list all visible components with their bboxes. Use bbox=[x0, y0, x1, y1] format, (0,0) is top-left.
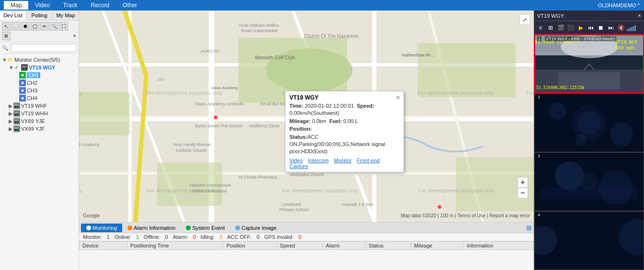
tree-ch2[interactable]: ■ CH2 bbox=[18, 79, 78, 87]
map-fullscreen-btn[interactable]: ⤢ bbox=[519, 14, 530, 25]
popup-links: Video Intercom Monitor Front-end Capture bbox=[289, 158, 400, 169]
tab-track[interactable]: Track bbox=[57, 1, 84, 10]
tool-fence[interactable]: ⬜ bbox=[12, 22, 20, 31]
gpsinvalid-val: 0 bbox=[299, 234, 301, 240]
col-position: Position bbox=[223, 242, 277, 250]
rp-icon-play[interactable]: ▶ bbox=[576, 23, 585, 32]
tab-capture-image[interactable]: Capture Image bbox=[230, 224, 282, 232]
rp-icon-mute[interactable]: 🔇 bbox=[617, 23, 625, 32]
idling-val: 0 bbox=[219, 234, 222, 240]
popup-status: Status:ACC ON,Parking(00:00:09),3G,Netwo… bbox=[289, 134, 400, 156]
col-speed: Speed bbox=[277, 242, 323, 250]
tree-vx69yjf[interactable]: ▶ 📷 VX69 YJF bbox=[7, 125, 78, 133]
svg-point-55 bbox=[437, 205, 442, 209]
tool-polygon[interactable]: ⬟ bbox=[21, 22, 30, 31]
svg-rect-83 bbox=[540, 188, 638, 199]
svg-text:Primary School: Primary School bbox=[279, 207, 309, 212]
tree-ch4[interactable]: ■ CH4 bbox=[18, 94, 78, 102]
tree-vx69yje[interactable]: ▶ 📷 VX69 YJE bbox=[7, 117, 78, 125]
video-cell-4[interactable]: 4 bbox=[534, 211, 644, 270]
popup-time: Time: 2020-01-02 12:00:01 Speed: 0.00km/… bbox=[289, 102, 400, 117]
tool-circle[interactable]: ◯ bbox=[31, 22, 39, 31]
video-cell-3[interactable]: 3 bbox=[534, 152, 644, 211]
col-status: Status bbox=[366, 242, 411, 250]
device-icon-vt19wgy: 📷 bbox=[21, 64, 28, 71]
zoom-out-btn[interactable]: − bbox=[518, 188, 528, 198]
tool-zoom[interactable]: 🔍 bbox=[50, 22, 58, 31]
tab-record[interactable]: Record bbox=[84, 1, 116, 10]
capture-icon bbox=[235, 225, 240, 230]
sidebar-tab-devlist[interactable]: Dev List bbox=[0, 11, 26, 20]
popup-position: Position: bbox=[289, 125, 400, 133]
left-sidebar: Dev List Polling My Map ↖ ⬜ ⬟ ◯ ✏ 🔍 ⛶ ⊞ … bbox=[0, 11, 79, 270]
svg-text:For development purposes only: For development purposes only bbox=[146, 188, 222, 193]
svg-text:Holy Family Roman: Holy Family Roman bbox=[173, 142, 211, 147]
tree-vt19wgy[interactable]: ▼ ✔ 📷 VT19 WGY bbox=[7, 64, 78, 71]
svg-text:Werneth Golf Club: Werneth Golf Club bbox=[255, 55, 295, 60]
map-area[interactable]: Werneth Golf Club Hathershaw Mi... Churc… bbox=[79, 11, 534, 222]
rp-icon-screen[interactable]: ⬛ bbox=[566, 23, 575, 32]
ch2-label: CH2 bbox=[27, 80, 37, 86]
monitoring-icon bbox=[86, 225, 91, 230]
svg-text:Oasis Academy Limeside: Oasis Academy Limeside bbox=[195, 101, 244, 106]
right-panel-title: VT19 WGY: bbox=[537, 13, 565, 19]
monitor-val: 1 bbox=[107, 234, 110, 240]
popup-link-monitor[interactable]: Monitor bbox=[334, 158, 352, 163]
svg-text:St Chads Pharmacy: St Chads Pharmacy bbox=[239, 175, 277, 180]
search-input[interactable] bbox=[11, 44, 77, 52]
sidebar-tab-polling[interactable]: Polling bbox=[26, 11, 53, 20]
tree-vt19whf[interactable]: ▶ 📷 VT19 WHF bbox=[7, 102, 78, 110]
idling-label: Idling: bbox=[201, 234, 215, 240]
right-panel: VT19 WGY: × ≡ ⊞ 🎬 ⬛ ▶ ⏮ ⏹ ⏭ 🔇 bbox=[534, 11, 644, 270]
video4-number: 4 bbox=[537, 213, 541, 217]
popup-close-btn[interactable]: × bbox=[396, 94, 400, 101]
rp-icon-list[interactable]: ≡ bbox=[536, 23, 545, 32]
user-label: OLDHAMDEMO ^ bbox=[598, 2, 640, 8]
tool-cursor[interactable]: ↖ bbox=[2, 22, 11, 31]
accoff-val: 0 bbox=[256, 234, 259, 240]
tab-monitoring[interactable]: Monitoring bbox=[81, 224, 122, 232]
svg-text:AVRO FC: AVRO FC bbox=[201, 49, 220, 54]
rp-icon-film[interactable]: 🎬 bbox=[556, 23, 565, 32]
popup-link-intercom[interactable]: Intercom bbox=[308, 158, 329, 163]
tool-pencil[interactable]: ✏ bbox=[40, 22, 49, 31]
center-area: Werneth Golf Club Hathershaw Mi... Churc… bbox=[79, 11, 534, 270]
search-icon: 🔍 bbox=[2, 45, 9, 51]
offline-label: Offline: bbox=[144, 234, 161, 240]
tool-fullscreen[interactable]: ⛶ bbox=[59, 22, 68, 31]
svg-text:000 mph: 000 mph bbox=[615, 45, 634, 50]
tree-ch3[interactable]: ■ CH3 bbox=[18, 87, 78, 94]
map-popup: VT19 WGY × Time: 2020-01-02 12:00:01 Spe… bbox=[285, 91, 404, 172]
tree-vt19whh[interactable]: ▶ 📷 VT19 WHH bbox=[7, 110, 78, 117]
svg-point-76 bbox=[549, 102, 566, 120]
tab-map[interactable]: Map bbox=[4, 1, 28, 10]
svg-rect-13 bbox=[418, 43, 516, 97]
tool-grid[interactable]: ⊞ bbox=[2, 32, 11, 40]
rp-icon-next[interactable]: ⏭ bbox=[607, 23, 615, 32]
popup-link-video[interactable]: Video bbox=[289, 158, 303, 163]
sidebar-arrow[interactable]: ▼ bbox=[72, 34, 77, 38]
video-cell-2[interactable]: 2 bbox=[534, 93, 644, 152]
video-cell-1[interactable]: 1 VT19 WGY - CH1 - 27KB/s(0.04MB) bbox=[534, 34, 644, 93]
svg-text:GPS:53.51698N,002.12515W: GPS:53.51698N,002.12515W bbox=[535, 85, 585, 90]
tab-alarm-info[interactable]: Alarm Information bbox=[122, 224, 181, 232]
right-panel-close-btn[interactable]: × bbox=[638, 12, 641, 19]
svg-text:For development purposes only: For development purposes only bbox=[418, 188, 494, 193]
rp-icon-list2[interactable]: ⊞ bbox=[546, 23, 555, 32]
tree-root: ▼ 📁 Monitor Center(5/5) bbox=[1, 56, 78, 64]
excel-export-btn[interactable]: ⊞ bbox=[526, 224, 532, 232]
svg-text:purposes only: purposes only bbox=[79, 188, 82, 193]
sidebar-tab-mymap[interactable]: My Map bbox=[53, 11, 79, 20]
bottom-table: Device Positioning Time Position Speed A… bbox=[79, 241, 534, 250]
vx69yjf-icon: 📷 bbox=[13, 125, 20, 132]
tab-system-event[interactable]: System Event bbox=[181, 224, 230, 232]
video2-number: 2 bbox=[537, 95, 541, 100]
ch3-icon: ■ bbox=[19, 87, 26, 94]
rp-icon-stop[interactable]: ⏹ bbox=[597, 23, 605, 32]
tree-ch1[interactable]: ■ CH1 bbox=[18, 71, 78, 79]
tab-other[interactable]: Other bbox=[116, 1, 144, 10]
tab-video[interactable]: Video bbox=[28, 1, 56, 10]
rp-icon-prev[interactable]: ⏮ bbox=[586, 23, 595, 32]
zoom-in-btn[interactable]: + bbox=[518, 177, 528, 188]
vt19whf-label: VT19 WHF bbox=[21, 103, 47, 109]
